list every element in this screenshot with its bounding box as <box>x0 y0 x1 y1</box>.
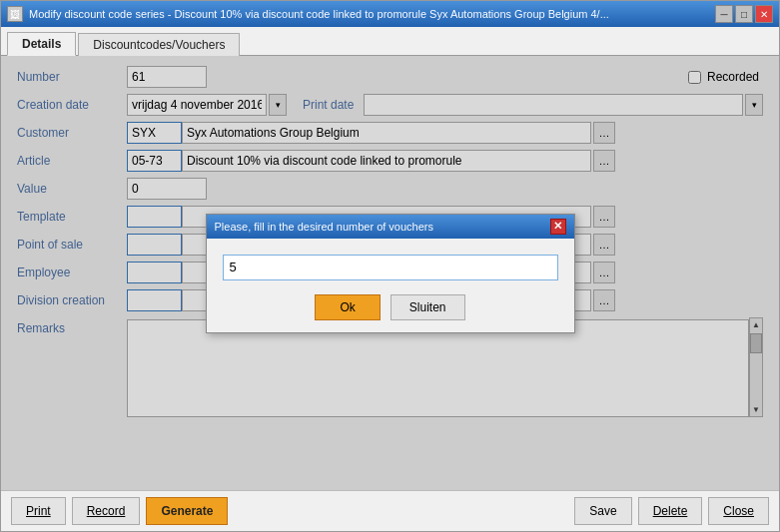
print-button[interactable]: Print <box>11 497 66 525</box>
title-buttons: ─ □ ✕ <box>715 5 773 23</box>
modal-close-button[interactable]: ✕ <box>550 219 566 235</box>
restore-button[interactable]: □ <box>735 5 753 23</box>
delete-button[interactable]: Delete <box>638 497 703 525</box>
title-bar: 🖼 Modify discount code series - Discount… <box>1 1 779 27</box>
window-icon: 🖼 <box>7 6 23 22</box>
modal-body: Ok Sluiten <box>207 239 574 332</box>
close-button[interactable]: Close <box>708 497 769 525</box>
save-button[interactable]: Save <box>574 497 631 525</box>
title-bar-left: 🖼 Modify discount code series - Discount… <box>7 6 609 22</box>
bottom-toolbar: Print Record Generate Save Delete Close <box>1 490 779 531</box>
modal-buttons: Ok Sluiten <box>223 294 558 320</box>
modal-dialog: Please, fill in the desired number of vo… <box>206 214 575 333</box>
tab-bar: Details Discountcodes/Vouchers <box>1 27 779 56</box>
main-window: 🖼 Modify discount code series - Discount… <box>0 0 780 532</box>
tab-details[interactable]: Details <box>7 32 76 56</box>
minimize-button[interactable]: ─ <box>715 5 733 23</box>
tab-vouchers[interactable]: Discountcodes/Vouchers <box>78 33 240 56</box>
modal-title: Please, fill in the desired number of vo… <box>215 221 434 233</box>
generate-button[interactable]: Generate <box>146 497 228 525</box>
modal-ok-button[interactable]: Ok <box>315 294 380 320</box>
modal-voucher-input[interactable] <box>223 255 558 280</box>
window-title: Modify discount code series - Discount 1… <box>29 8 609 20</box>
modal-title-bar: Please, fill in the desired number of vo… <box>207 215 574 239</box>
modal-cancel-button[interactable]: Sluiten <box>390 294 465 320</box>
modal-overlay: Please, fill in the desired number of vo… <box>1 56 779 490</box>
record-button[interactable]: Record <box>72 497 141 525</box>
close-window-button[interactable]: ✕ <box>755 5 773 23</box>
content-area: Number Recorded Creation date ▾ Print da… <box>1 56 779 490</box>
